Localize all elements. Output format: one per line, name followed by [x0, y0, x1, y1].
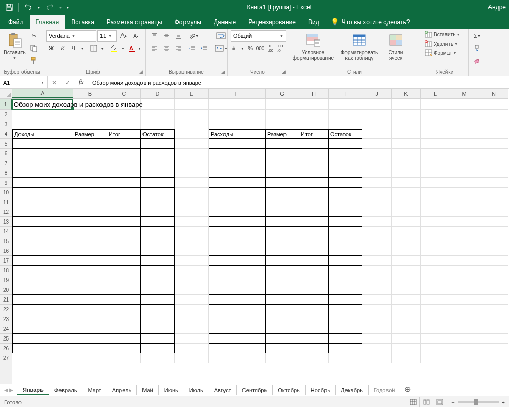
sheet-tab-Март[interactable]: Март: [83, 385, 107, 395]
cell-K24[interactable]: [392, 324, 421, 334]
cell-F25[interactable]: [209, 334, 266, 344]
clipboard-dialog-launcher[interactable]: ◢: [35, 69, 42, 75]
cell-I4[interactable]: Остаток: [329, 129, 362, 139]
cell-I27[interactable]: [329, 353, 362, 363]
cell-A22[interactable]: [12, 305, 73, 314]
cell-J17[interactable]: [362, 256, 392, 266]
cell-K18[interactable]: [392, 266, 421, 275]
cell-H15[interactable]: [299, 236, 329, 246]
cell-E5[interactable]: [175, 139, 209, 149]
cell-A25[interactable]: [12, 334, 73, 344]
cell-M22[interactable]: [450, 305, 479, 314]
cell-F15[interactable]: [209, 236, 266, 246]
cell-M1[interactable]: [450, 99, 479, 110]
row-header-7[interactable]: 7: [0, 158, 12, 168]
fill-dropdown[interactable]: ▼: [120, 43, 125, 54]
cell-C4[interactable]: Итог: [107, 129, 141, 139]
cell-A16[interactable]: [12, 246, 73, 256]
cell-L17[interactable]: [421, 256, 450, 266]
cell-K13[interactable]: [392, 217, 421, 227]
cell-F16[interactable]: [209, 246, 266, 256]
undo-icon[interactable]: [22, 1, 34, 13]
chevron-left-icon[interactable]: ◀: [4, 387, 8, 393]
cell-B11[interactable]: [73, 197, 107, 207]
sheet-tab-Ноябрь[interactable]: Ноябрь: [306, 385, 336, 395]
cell-E17[interactable]: [175, 256, 209, 266]
cell-M2[interactable]: [450, 110, 479, 119]
cell-G25[interactable]: [266, 334, 299, 344]
align-top-button[interactable]: [149, 30, 160, 42]
cell-A21[interactable]: [12, 295, 73, 305]
cell-L14[interactable]: [421, 227, 450, 236]
cell-C20[interactable]: [107, 285, 141, 295]
cell-H14[interactable]: [299, 227, 329, 236]
cell-J10[interactable]: [362, 188, 392, 197]
cell-J9[interactable]: [362, 178, 392, 188]
row-header-6[interactable]: 6: [0, 149, 12, 158]
align-center-button[interactable]: [161, 43, 172, 54]
column-header-G[interactable]: G: [266, 89, 299, 98]
chevron-right-icon[interactable]: ▶: [9, 387, 13, 393]
delete-cells-button[interactable]: Удалить ▼: [424, 39, 465, 48]
cell-J18[interactable]: [362, 266, 392, 275]
cell-G23[interactable]: [266, 314, 299, 324]
cell-K16[interactable]: [392, 246, 421, 256]
row-header-19[interactable]: 19: [0, 275, 12, 285]
redo-dropdown-icon[interactable]: ▼: [58, 1, 63, 13]
cell-N6[interactable]: [479, 149, 508, 158]
cell-I7[interactable]: [329, 158, 362, 168]
cell-G5[interactable]: [266, 139, 299, 149]
cell-D26[interactable]: [141, 344, 175, 353]
cell-N17[interactable]: [479, 256, 508, 266]
cell-A12[interactable]: [12, 207, 73, 217]
cell-L4[interactable]: [421, 129, 450, 139]
shrink-font-button[interactable]: A▾: [130, 30, 141, 42]
cell-K9[interactable]: [392, 178, 421, 188]
cell-H25[interactable]: [299, 334, 329, 344]
cell-K8[interactable]: [392, 168, 421, 178]
insert-function-button[interactable]: fx: [74, 76, 88, 88]
cell-N1[interactable]: [479, 99, 508, 110]
cell-E10[interactable]: [175, 188, 209, 197]
cell-D6[interactable]: [141, 149, 175, 158]
cell-D7[interactable]: [141, 158, 175, 168]
cell-F3[interactable]: [209, 119, 266, 129]
cell-J19[interactable]: [362, 275, 392, 285]
cell-H12[interactable]: [299, 207, 329, 217]
cell-N15[interactable]: [479, 236, 508, 246]
conditional-formatting-button[interactable]: Условное форматирование: [291, 30, 335, 61]
cell-C19[interactable]: [107, 275, 141, 285]
cell-B14[interactable]: [73, 227, 107, 236]
cell-D5[interactable]: [141, 139, 175, 149]
cell-H1[interactable]: [299, 99, 329, 110]
cell-E27[interactable]: [175, 353, 209, 363]
cell-H21[interactable]: [299, 295, 329, 305]
cell-N19[interactable]: [479, 275, 508, 285]
cell-D14[interactable]: [141, 227, 175, 236]
cell-N5[interactable]: [479, 139, 508, 149]
cell-N14[interactable]: [479, 227, 508, 236]
cell-C10[interactable]: [107, 188, 141, 197]
cell-H3[interactable]: [299, 119, 329, 129]
row-header-14[interactable]: 14: [0, 227, 12, 236]
cell-M15[interactable]: [450, 236, 479, 246]
cell-E8[interactable]: [175, 168, 209, 178]
cell-I2[interactable]: [329, 110, 362, 119]
cell-F11[interactable]: [209, 197, 266, 207]
bold-button[interactable]: Ж: [46, 43, 56, 54]
cell-L2[interactable]: [421, 110, 450, 119]
cell-F26[interactable]: [209, 344, 266, 353]
cell-F1[interactable]: [209, 99, 266, 110]
cell-A13[interactable]: [12, 217, 73, 227]
fill-button[interactable]: [472, 43, 483, 54]
decrease-decimal-button[interactable]: .00.0: [276, 43, 284, 54]
row-header-27[interactable]: 27: [0, 353, 12, 363]
cell-C5[interactable]: [107, 139, 141, 149]
normal-view-button[interactable]: [406, 397, 419, 407]
cell-F17[interactable]: [209, 256, 266, 266]
cell-D13[interactable]: [141, 217, 175, 227]
cell-A27[interactable]: [12, 353, 73, 363]
cell-I22[interactable]: [329, 305, 362, 314]
cell-L12[interactable]: [421, 207, 450, 217]
cell-C13[interactable]: [107, 217, 141, 227]
